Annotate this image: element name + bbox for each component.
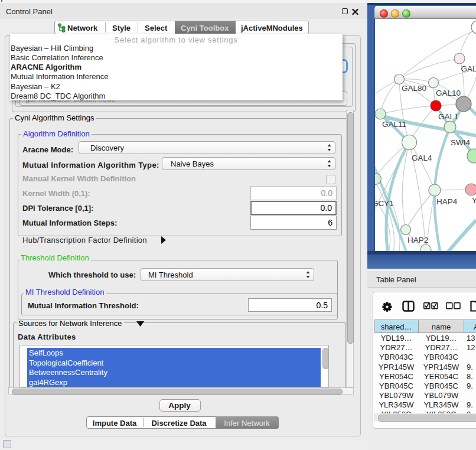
- svg-text:GAL1: GAL1: [438, 112, 459, 121]
- svg-text:SWI4: SWI4: [451, 138, 470, 147]
- svg-text:GAL: GAL: [461, 64, 476, 73]
- svg-text:HAP2: HAP2: [407, 236, 428, 244]
- svg-text:GAL10: GAL10: [436, 89, 461, 97]
- svg-text:Y: Y: [472, 196, 476, 205]
- svg-text:GCY1: GCY1: [375, 199, 394, 208]
- svg-text:GAL11: GAL11: [382, 120, 406, 129]
- svg-text:GAL80: GAL80: [402, 84, 426, 93]
- svg-text:GAL4: GAL4: [412, 154, 432, 162]
- svg-text:HAP4: HAP4: [436, 197, 458, 206]
